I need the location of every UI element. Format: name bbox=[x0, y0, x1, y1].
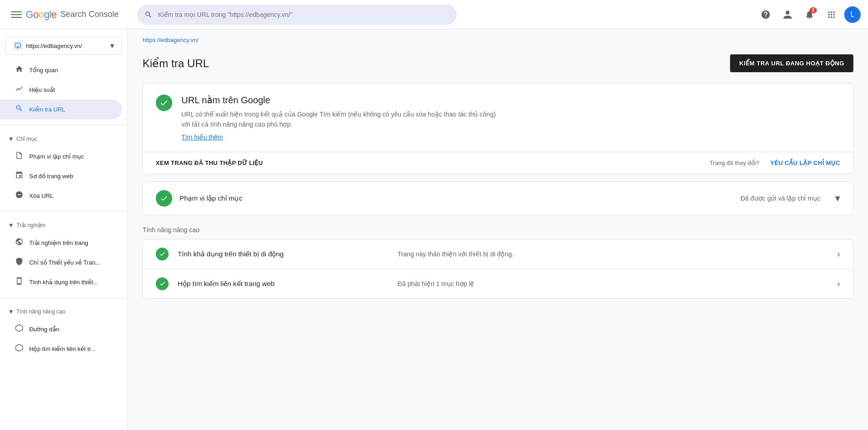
search-url-icon bbox=[15, 104, 24, 115]
section-label-tinh-nang: Tính năng nâng cao bbox=[16, 308, 65, 315]
section-label-trai-nghiem: Trải nghiệm bbox=[16, 222, 46, 228]
google-wordmark: Google bbox=[26, 9, 57, 21]
sidebar-item-label-hieu-suat: Hiệu suất bbox=[29, 86, 55, 93]
sidebar-item-label-kiem-tra-url: Kiểm tra URL bbox=[29, 106, 65, 113]
feature-arrow-icon-mobile: › bbox=[837, 249, 840, 259]
sidebar-section-header-trai-nghiem[interactable]: ▾ Trải nghiệm bbox=[0, 217, 127, 233]
feature-arrow-icon-sitelinks: › bbox=[837, 278, 840, 289]
active-url-button[interactable]: KIỂM TRA URL ĐANG HOẠT ĐỘNG bbox=[730, 54, 853, 72]
sidebar-item-tong-quan[interactable]: Tổng quan bbox=[0, 60, 122, 80]
main-content: https://edbagency.vn/ Kiểm tra URL KIỂM … bbox=[128, 29, 868, 430]
sidebar-item-label-hop-tim-kiem: Hộp tìm kiếm liên kết tr... bbox=[29, 345, 95, 352]
mobile-icon bbox=[15, 277, 24, 287]
url-search-input[interactable] bbox=[158, 11, 450, 18]
feature-status-icon-sitelinks bbox=[156, 277, 169, 290]
header-actions: 2 L bbox=[757, 5, 861, 24]
breadcrumb[interactable]: https://edbagency.vn/ bbox=[143, 29, 853, 47]
logo[interactable]: Google Search Console bbox=[26, 9, 119, 21]
avatar[interactable]: L bbox=[844, 6, 861, 23]
sidebar-item-trai-nghiem-tren-trang[interactable]: Trải nghiệm trên trang bbox=[0, 233, 122, 253]
feature-label-mobile: Tính khả dụng trên thiết bị di động bbox=[178, 250, 390, 258]
app-title: Search Console bbox=[60, 10, 119, 19]
feature-value-sitelinks: Đã phát hiện 1 mục hợp lệ bbox=[397, 280, 822, 287]
learn-more-link[interactable]: Tìm hiểu thêm bbox=[181, 133, 223, 141]
svg-rect-0 bbox=[11, 11, 22, 12]
sidebar-section-header-tinh-nang[interactable]: ▾ Tính năng nâng cao bbox=[0, 303, 127, 319]
breadcrumb-icon bbox=[15, 324, 24, 334]
notification-badge: 2 bbox=[810, 7, 817, 13]
sidebar-item-label-tinh-kha-dung: Tính khả dụng trên thiết... bbox=[29, 279, 98, 286]
index-card-value: Đã được gửi và lập chỉ mục bbox=[741, 195, 820, 202]
sidebar-item-xoa-url[interactable]: Xóa URL bbox=[0, 186, 122, 206]
index-status-icon bbox=[156, 190, 172, 207]
page-title: Kiểm tra URL bbox=[143, 57, 209, 70]
sidebar-item-label-tong-quan: Tổng quan bbox=[29, 67, 58, 74]
sidebar-item-pham-vi[interactable]: Phạm vi lập chỉ mục bbox=[0, 147, 122, 166]
sidebar-item-duong-dan[interactable]: Đường dẫn bbox=[0, 319, 122, 339]
property-url: https://edbagency.vn/ bbox=[26, 42, 106, 49]
result-content: URL nằm trên Google URL có thể xuất hiện… bbox=[181, 95, 501, 141]
account-button[interactable] bbox=[778, 5, 797, 24]
sitelinks-icon bbox=[15, 344, 24, 354]
feature-label-sitelinks: Hộp tìm kiếm liên kết trang web bbox=[178, 280, 390, 288]
result-main: URL nằm trên Google URL có thể xuất hiện… bbox=[143, 84, 853, 152]
sidebar-divider-2 bbox=[0, 211, 127, 212]
property-selector[interactable]: https://edbagency.vn/ ▾ bbox=[5, 37, 122, 55]
sidebar-item-tinh-kha-dung[interactable]: Tính khả dụng trên thiết... bbox=[0, 272, 122, 292]
sidebar-section-trai-nghiem: ▾ Trải nghiệm Trải nghiệm trên trang Chỉ… bbox=[0, 215, 127, 294]
trend-icon bbox=[15, 85, 24, 95]
view-crawled-button[interactable]: XEM TRANG ĐÃ THU THẬP DỮ LIỆU bbox=[156, 159, 263, 166]
main-layout: https://edbagency.vn/ ▾ Tổng quan Hiệu s… bbox=[0, 29, 868, 430]
svg-marker-4 bbox=[16, 325, 23, 332]
sidebar-divider-3 bbox=[0, 297, 127, 298]
globe-icon bbox=[15, 238, 24, 248]
sidebar-item-so-do[interactable]: Sơ đồ trang web bbox=[0, 166, 122, 186]
feature-card: Tính khả dụng trên thiết bị di động Tran… bbox=[143, 239, 853, 299]
page-changed-label: Trang đã thay đổi? bbox=[709, 159, 759, 166]
property-chevron-icon: ▾ bbox=[110, 41, 114, 51]
url-result-card: URL nằm trên Google URL có thể xuất hiện… bbox=[143, 83, 853, 174]
help-button[interactable] bbox=[757, 5, 775, 24]
sidebar-item-label-so-do: Sơ đồ trang web bbox=[29, 173, 73, 180]
url-search-bar[interactable] bbox=[137, 5, 457, 25]
index-card-row: Phạm vi lập chỉ mục Đã được gửi và lập c… bbox=[143, 182, 853, 215]
index-card-chevron-icon[interactable]: ▾ bbox=[835, 192, 840, 204]
feature-status-icon-mobile bbox=[156, 248, 169, 260]
sidebar-item-label-pham-vi: Phạm vi lập chỉ mục bbox=[29, 153, 84, 160]
svg-rect-3 bbox=[15, 43, 21, 47]
sidebar-section-tinh-nang: ▾ Tính năng nâng cao Đường dẫn Hộp tìm k… bbox=[0, 302, 127, 361]
sidebar-section-chi-muc: ▾ Chỉ mục Phạm vi lập chỉ mục Sơ đồ tran… bbox=[0, 129, 127, 207]
page-header: Kiểm tra URL KIỂM TRA URL ĐANG HOẠT ĐỘNG bbox=[143, 54, 853, 72]
sidebar-item-chi-so[interactable]: Chỉ số Thiết yếu về Tran... bbox=[0, 253, 122, 272]
home-icon bbox=[15, 65, 24, 75]
request-index-button[interactable]: YÊU CẦU LẬP CHỈ MỤC bbox=[770, 159, 840, 166]
page-icon bbox=[15, 151, 24, 162]
sidebar-item-label-xoa-url: Xóa URL bbox=[29, 192, 53, 199]
result-footer: XEM TRANG ĐÃ THU THẬP DỮ LIỆU Trang đã t… bbox=[143, 152, 853, 174]
index-coverage-card: Phạm vi lập chỉ mục Đã được gửi và lập c… bbox=[143, 181, 853, 215]
result-description: URL có thể xuất hiện trong kết quả của G… bbox=[181, 109, 501, 130]
svg-marker-5 bbox=[16, 345, 23, 351]
sidebar-item-label-trai-nghiem-tren-trang: Trải nghiệm trên trang bbox=[29, 239, 88, 246]
index-card-label: Phạm vi lập chỉ mục bbox=[180, 194, 733, 202]
sidebar-section-header-chi-muc[interactable]: ▾ Chỉ mục bbox=[0, 131, 127, 147]
tinh-nang-nang-cao-label: Tính năng nâng cao bbox=[143, 226, 853, 234]
feature-row-mobile[interactable]: Tính khả dụng trên thiết bị di động Tran… bbox=[143, 239, 853, 269]
sidebar: https://edbagency.vn/ ▾ Tổng quan Hiệu s… bbox=[0, 29, 128, 430]
result-title: URL nằm trên Google bbox=[181, 95, 501, 106]
svg-rect-2 bbox=[11, 17, 22, 18]
menu-button[interactable] bbox=[7, 5, 26, 24]
apps-button[interactable] bbox=[822, 5, 841, 24]
sidebar-item-label-chi-so: Chỉ số Thiết yếu về Tran... bbox=[29, 259, 101, 266]
result-footer-right: Trang đã thay đổi? YÊU CẦU LẬP CHỈ MỤC bbox=[709, 159, 840, 166]
sidebar-section-main: Tổng quan Hiệu suất Kiểm tra URL bbox=[0, 58, 127, 121]
svg-rect-1 bbox=[11, 14, 22, 15]
chevron-down-icon-3: ▾ bbox=[9, 307, 13, 316]
notifications-button[interactable]: 2 bbox=[800, 5, 819, 24]
feature-value-mobile: Trang này thân thiện với thiết bị di độn… bbox=[397, 250, 822, 258]
sidebar-item-hieu-suat[interactable]: Hiệu suất bbox=[0, 80, 122, 100]
feature-row-sitelinks[interactable]: Hộp tìm kiếm liên kết trang web Đã phát … bbox=[143, 269, 853, 298]
sidebar-item-hop-tim-kiem[interactable]: Hộp tìm kiếm liên kết tr... bbox=[0, 339, 122, 359]
sidebar-item-kiem-tra-url[interactable]: Kiểm tra URL bbox=[0, 100, 122, 119]
sidebar-divider-1 bbox=[0, 125, 127, 125]
